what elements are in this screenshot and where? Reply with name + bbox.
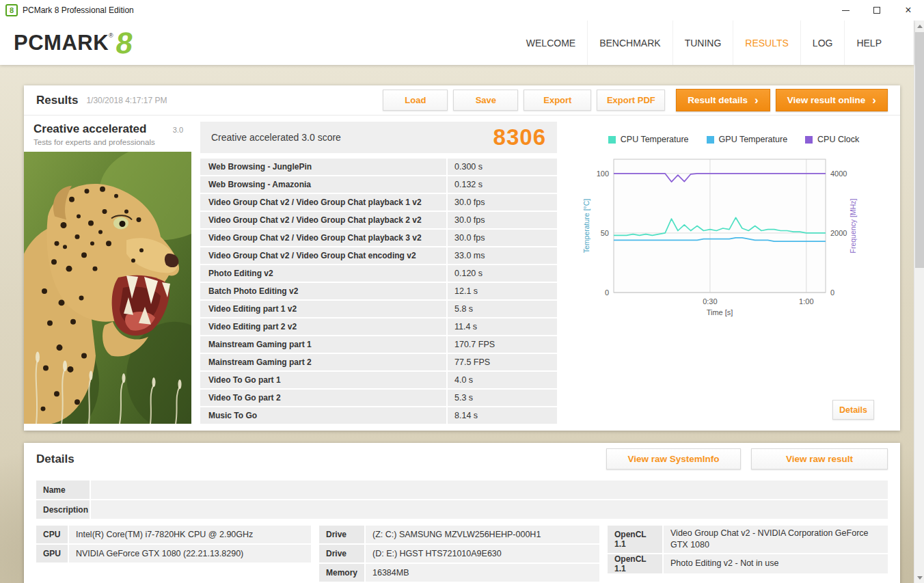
nav-welcome[interactable]: WELCOME <box>515 21 587 65</box>
test-item-value: 5.3 s <box>448 390 557 406</box>
legend-swatch-2 <box>805 136 813 144</box>
legend-label: GPU Temperature <box>719 135 788 144</box>
view-result-online-button[interactable]: View result online › <box>776 89 888 111</box>
nav-tuning[interactable]: TUNING <box>672 21 733 65</box>
nav-benchmark[interactable]: BENCHMARK <box>587 21 672 65</box>
test-item-value: 0.132 s <box>448 176 557 193</box>
name-row: Name <box>36 480 888 499</box>
gpu-value: NVIDIA GeForce GTX 1080 (22.21.13.8290) <box>69 545 311 562</box>
drive-label: Drive <box>319 526 364 543</box>
description-label: Description <box>36 500 90 519</box>
table-row: Photo Editing v2 0.120 s <box>200 265 557 282</box>
result-details-button[interactable]: Result details › <box>676 89 770 111</box>
svg-text:0:30: 0:30 <box>703 297 717 306</box>
legend-label: CPU Clock <box>817 135 859 144</box>
close-button[interactable]: × <box>893 0 924 21</box>
table-row: Video To Go part 2 5.3 s <box>200 390 557 406</box>
opencl-row: OpenCL 1.1 Video Group Chat v2 - NVIDIA … <box>608 526 888 553</box>
results-card: Results 1/30/2018 4:17:17 PM Load Save E… <box>24 85 900 431</box>
score-value: 8306 <box>493 124 546 150</box>
table-row: Mainstream Gaming part 1 170.7 FPS <box>200 336 557 353</box>
memory-value: 16384MB <box>366 564 599 582</box>
pcmark-logo: PCMARK ® 8 <box>14 32 133 54</box>
chart-details-button[interactable]: Details <box>832 400 874 420</box>
spec-col-drives: Drive (Z: C:) SAMSUNG MZVLW256HEHP-000H1… <box>319 526 599 582</box>
app-body: PCMARK ® 8 WELCOME BENCHMARK TUNING RESU… <box>0 21 914 583</box>
scrollbar-thumb[interactable] <box>915 32 924 268</box>
test-item-label: Video Group Chat v2 / Video Group Chat p… <box>200 230 446 246</box>
test-head: Creative accelerated 3.0 Tests for exper… <box>24 116 191 152</box>
table-row: Video Group Chat v2 / Video Group Chat e… <box>200 247 557 264</box>
test-item-value: 12.1 s <box>448 283 557 299</box>
score-label: Creative accelerated 3.0 score <box>211 132 341 143</box>
drive-row: Drive (D: E:) HGST HTS721010A9E630 <box>319 545 599 562</box>
minimize-icon <box>842 10 850 11</box>
test-item-label: Video Group Chat v2 / Video Group Chat p… <box>200 212 446 228</box>
registered-mark: ® <box>109 32 113 39</box>
chevron-right-icon: › <box>872 94 876 106</box>
results-timestamp: 1/30/2018 4:17:17 PM <box>86 96 167 105</box>
table-row: Video Group Chat v2 / Video Group Chat p… <box>200 194 557 211</box>
drive-value: (Z: C:) SAMSUNG MZVLW256HEHP-000H1 <box>366 526 599 543</box>
scroll-up-button[interactable] <box>914 21 924 31</box>
details-body: Name Description CPU Intel(R) Core(TM) i… <box>24 475 900 582</box>
table-row: Mainstream Gaming part 2 77.5 FPS <box>200 354 557 370</box>
performance-chart: 0501000200040000:301:00Time [s]Temperatu… <box>580 154 867 321</box>
chevron-right-icon: › <box>755 94 759 106</box>
legend-item-gpu-temperature: GPU Temperature <box>707 135 788 144</box>
table-row: Video To Go part 1 4.0 s <box>200 372 557 388</box>
test-name: Creative accelerated <box>33 122 146 136</box>
test-item-value: 0.120 s <box>448 265 557 282</box>
result-details-label: Result details <box>688 95 748 105</box>
table-row: Music To Go 8.14 s <box>200 407 557 424</box>
name-label: Name <box>36 480 90 499</box>
maximize-button[interactable] <box>861 0 893 21</box>
save-button[interactable]: Save <box>453 90 518 111</box>
monitoring-panel: CPU Temperature GPU Temperature CPU Cloc… <box>567 116 900 431</box>
primary-actions: Result details › View result online › <box>676 89 888 111</box>
description-value <box>91 500 888 519</box>
legend-item-cpu-temperature: CPU Temperature <box>608 135 689 144</box>
test-item-value: 4.0 s <box>448 372 557 388</box>
test-item-value: 33.0 ms <box>448 247 557 264</box>
scroll-down-icon <box>917 576 923 580</box>
test-item-value: 5.8 s <box>448 301 557 317</box>
opencl-row: OpenCL 1.1 Photo Editing v2 - Not in use <box>608 554 888 573</box>
export-pdf-button[interactable]: Export PDF <box>597 90 665 111</box>
nav-log[interactable]: LOG <box>800 21 845 65</box>
vertical-scrollbar[interactable] <box>914 21 924 583</box>
view-raw-systeminfo-button[interactable]: View raw SystemInfo <box>606 448 741 470</box>
svg-text:50: 50 <box>601 229 609 237</box>
test-item-value: 77.5 FPS <box>448 354 557 370</box>
svg-text:0: 0 <box>830 288 834 297</box>
minimize-button[interactable] <box>830 0 861 21</box>
test-version: 3.0 <box>173 126 185 134</box>
opencl-label: OpenCL 1.1 <box>608 554 662 573</box>
drive-label: Drive <box>319 545 364 562</box>
test-item-label: Video Editing part 2 v2 <box>200 318 446 335</box>
test-item-value: 11.4 s <box>448 318 557 335</box>
right-axis-label: Frequency [MHz] <box>849 198 857 253</box>
table-row: Video Group Chat v2 / Video Group Chat p… <box>200 230 557 246</box>
test-item-label: Video Group Chat v2 / Video Group Chat e… <box>200 247 446 264</box>
system-specs: CPU Intel(R) Core(TM) i7-7820HK CPU @ 2.… <box>36 526 888 582</box>
scroll-up-icon <box>917 25 923 28</box>
spec-col-opencl: OpenCL 1.1 Video Group Chat v2 - NVIDIA … <box>608 526 888 573</box>
gpu-row: GPU NVIDIA GeForce GTX 1080 (22.21.13.82… <box>36 545 311 562</box>
scroll-down-button[interactable] <box>914 572 924 583</box>
view-raw-result-button[interactable]: View raw result <box>751 448 888 470</box>
nav-help[interactable]: HELP <box>844 21 893 65</box>
results-actions: Load Save Export Export PDF Result detai… <box>383 89 888 111</box>
test-item-value: 8.14 s <box>448 407 557 424</box>
nav-results[interactable]: RESULTS <box>733 21 800 65</box>
export-button[interactable]: Export <box>524 90 591 111</box>
svg-text:100: 100 <box>597 170 609 178</box>
table-row: Video Group Chat v2 / Video Group Chat p… <box>200 212 557 228</box>
test-item-label: Music To Go <box>200 407 446 424</box>
legend-swatch-0 <box>608 136 616 144</box>
table-row: Web Browsing - Amazonia 0.132 s <box>200 176 557 193</box>
svg-text:1:00: 1:00 <box>799 297 813 306</box>
load-button[interactable]: Load <box>383 90 448 111</box>
window-controls: × <box>830 0 924 21</box>
spec-col-cpu-gpu: CPU Intel(R) Core(TM) i7-7820HK CPU @ 2.… <box>36 526 311 562</box>
